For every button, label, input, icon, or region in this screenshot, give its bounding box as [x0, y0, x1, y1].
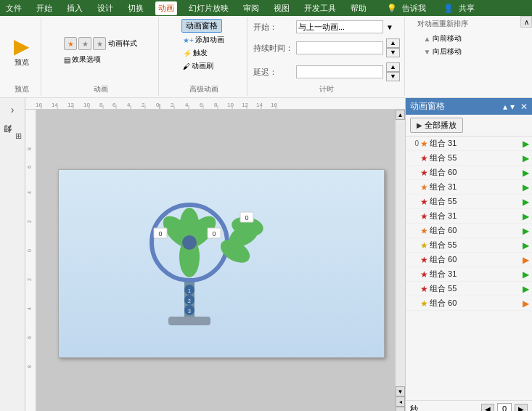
anim-play-icon[interactable]: ▶	[523, 240, 529, 251]
left-arrow-btn[interactable]: ›	[8, 101, 17, 118]
anim-list-item[interactable]: ★ 组合 55 ▶	[406, 151, 532, 166]
animation-group-label: 动画	[94, 83, 108, 94]
scroll-up-btn[interactable]: ▲	[396, 110, 405, 120]
reorder-group: 对动画重新排序 ▲ 向前移动 ▼ 向后移动	[406, 17, 479, 96]
preview-group: ▶ 预览 预览	[3, 17, 41, 96]
reorder-label: 对动画重新排序	[417, 19, 468, 29]
delay-up-btn[interactable]: ▲	[386, 62, 400, 72]
menu-tell[interactable]: 💡 告诉我	[384, 1, 432, 15]
duration-row: 持续时间： ▲ ▼	[253, 38, 400, 57]
svg-text:6: 6	[27, 336, 32, 339]
footer-prev-btn[interactable]: ◀	[481, 404, 494, 412]
svg-text:0: 0	[156, 102, 160, 108]
anim-play-icon[interactable]: ▶	[523, 182, 529, 192]
anim-window-button[interactable]: 动画窗格	[181, 19, 222, 33]
menu-devtools[interactable]: 开发工具	[301, 1, 339, 15]
anim-star-icon: ★	[420, 182, 428, 192]
menu-animation[interactable]: 动画	[155, 1, 177, 15]
vertical-scrollbar[interactable]: ▲ ▼ ◂ ▸	[395, 110, 405, 411]
anim-list-item[interactable]: ★ 组合 55 ▶	[406, 238, 532, 253]
menu-insert[interactable]: 插入	[64, 1, 86, 15]
menu-design[interactable]: 设计	[94, 1, 116, 15]
anim-play-icon[interactable]: ▶	[523, 226, 529, 236]
anim-style-label: 动画样式	[108, 38, 137, 49]
svg-text:8: 8	[214, 102, 218, 108]
anim-play-icon[interactable]: ▶	[523, 168, 529, 178]
ribbon-collapse-btn[interactable]: ∧	[520, 16, 532, 28]
delay-down-btn[interactable]: ▼	[386, 72, 400, 81]
slides-panel-label[interactable]: ⊞ 幻灯片	[2, 133, 22, 139]
play-all-button[interactable]: ▶ 全部播放	[410, 118, 463, 133]
anim-list-item[interactable]: ★ 组合 31 ▶	[406, 209, 532, 224]
svg-text:14: 14	[256, 102, 263, 108]
anim-list-item[interactable]: ★ 组合 60 ▶	[406, 166, 532, 180]
add-anim-button[interactable]: ★+ 添加动画	[181, 34, 226, 46]
anim-play-icon[interactable]: ▶	[523, 211, 529, 221]
anim-star-icon: ★	[420, 284, 428, 294]
anim-brush-button[interactable]: 🖌 动画刷	[181, 60, 215, 72]
menu-home[interactable]: 开始	[33, 1, 55, 15]
anim-play-icon[interactable]: ▶	[523, 153, 529, 163]
anim-item-name: 组合 55	[430, 152, 521, 163]
anim-item-name: 组合 55	[430, 283, 521, 294]
anim-star-icon: ★	[420, 226, 428, 236]
menu-file[interactable]: 文件	[3, 1, 25, 15]
start-input[interactable]	[296, 20, 383, 33]
effect-options-button[interactable]: ▤ 效果选项	[61, 53, 140, 66]
anim-item-list: 0 ★ 组合 31 ▶ ★ 组合 55 ▶ ★ 组合 60 ▶ ★ 组合 31 …	[406, 137, 532, 400]
anim-brush-icon: 🖌	[183, 62, 190, 70]
duration-up-btn[interactable]: ▲	[386, 38, 400, 48]
anim-list-item[interactable]: 0 ★ 组合 31 ▶	[406, 137, 532, 151]
anim-list-item[interactable]: ★ 组合 60 ▶	[406, 224, 532, 238]
anim-play-icon[interactable]: ▶	[523, 197, 529, 207]
ruler-horizontal: 16 14 12 10 8 6 4 2 0 2 4 6 8 10 12 14 1	[25, 98, 405, 110]
anim-list-item[interactable]: ★ 组合 31 ▶	[406, 267, 532, 282]
anim-style-button[interactable]: ★ ★ ★ 动画样式	[61, 36, 140, 52]
preview-icon: ▶	[10, 34, 33, 57]
scroll-extra-btn2[interactable]: ▸	[396, 407, 405, 411]
forward-icon: ▲	[423, 35, 430, 43]
svg-text:4: 4	[127, 102, 131, 108]
anim-list-item[interactable]: ★ 组合 31 ▶	[406, 180, 532, 195]
anim-star-icon: ★	[420, 139, 428, 149]
anim-play-icon[interactable]: ▶	[523, 139, 529, 149]
anim-panel-close-btn[interactable]: ✕	[520, 102, 528, 112]
footer-next-btn[interactable]: ▶	[515, 404, 528, 412]
anim-star-icon: ★	[420, 211, 428, 221]
svg-text:8: 8	[27, 365, 32, 368]
duration-down-btn[interactable]: ▼	[386, 48, 400, 57]
menu-view[interactable]: 视图	[271, 1, 292, 15]
anim-play-icon[interactable]: ▶	[523, 269, 529, 280]
anim-panel-up-btn[interactable]: ▴	[503, 102, 507, 112]
anim-list-item[interactable]: ★ 组合 55 ▶	[406, 195, 532, 209]
menu-switch[interactable]: 切换	[125, 1, 147, 15]
trigger-button[interactable]: ⚡ 触发	[181, 47, 209, 59]
preview-button[interactable]: ▶ 预览	[7, 33, 36, 69]
menu-help[interactable]: 帮助	[348, 1, 369, 15]
menu-share[interactable]: 👤 共享	[441, 1, 480, 15]
anim-list-item[interactable]: ★ 组合 55 ▶	[406, 282, 532, 296]
left-sidebar: › ⊞ 幻灯片	[0, 98, 25, 411]
anim-item-name: 组合 60	[430, 167, 521, 178]
anim-play-icon[interactable]: ▶	[523, 255, 529, 265]
menu-review[interactable]: 审阅	[240, 1, 262, 15]
anim-play-icon[interactable]: ▶	[523, 298, 529, 309]
move-backward-button[interactable]: ▼ 向后移动	[420, 45, 465, 58]
anim-panel-down-btn[interactable]: ▾	[510, 102, 515, 112]
anim-star-icon: ★	[420, 298, 428, 309]
anim-play-icon[interactable]: ▶	[523, 284, 529, 294]
svg-text:6: 6	[112, 102, 116, 108]
scroll-extra-btn1[interactable]: ◂	[396, 396, 405, 407]
duration-input[interactable]	[296, 41, 383, 54]
scroll-down-btn[interactable]: ▼	[396, 386, 405, 396]
anim-list-item[interactable]: ★ 组合 60 ▶	[406, 296, 532, 311]
delay-input[interactable]	[296, 65, 383, 78]
delay-spinners: ▲ ▼	[386, 62, 400, 81]
move-forward-button[interactable]: ▲ 向前移动	[420, 32, 465, 45]
anim-list-item[interactable]: ★ 组合 60 ▶	[406, 253, 532, 267]
svg-text:8: 8	[99, 102, 103, 108]
anim-item-name: 组合 60	[430, 298, 521, 309]
anim-num: 0	[409, 139, 419, 147]
menu-slideshow[interactable]: 幻灯片放映	[186, 1, 232, 15]
start-dropdown-icon[interactable]: ▼	[386, 23, 393, 31]
